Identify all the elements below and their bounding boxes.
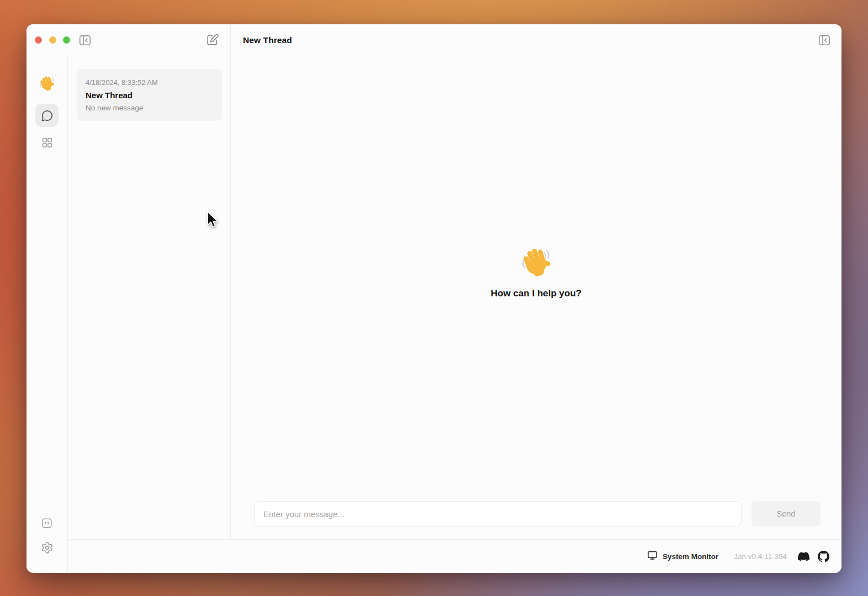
sidebar-item-threads[interactable] — [35, 104, 59, 127]
local-api-server-button[interactable] — [41, 517, 53, 529]
settings-button[interactable] — [41, 541, 54, 554]
right-panel-toggle-button[interactable] — [818, 34, 830, 46]
close-window-button[interactable] — [35, 36, 42, 44]
sidebar-item-hub[interactable] — [41, 137, 53, 148]
waving-hand-emoji — [38, 74, 56, 92]
page-title: New Thread — [243, 24, 292, 56]
mouse-cursor — [205, 210, 220, 230]
send-button[interactable]: Send — [751, 501, 821, 526]
zoom-window-button[interactable] — [63, 36, 70, 44]
github-logo-icon — [818, 551, 829, 562]
message-input[interactable] — [254, 501, 742, 526]
sidebar-toggle-button[interactable] — [79, 34, 91, 46]
message-circle-icon — [41, 109, 54, 122]
panel-left-icon — [79, 34, 91, 46]
message-composer: Send — [254, 501, 821, 526]
titlebar: New Thread — [27, 24, 841, 56]
system-monitor-label: System Monitor — [663, 552, 718, 561]
empty-state: How can I help you? — [231, 244, 841, 299]
thread-timestamp: 4/18/2024, 8:33:52 AM — [86, 78, 213, 87]
chat-area: How can I help you? Send — [231, 57, 841, 539]
thread-list-item[interactable]: 4/18/2024, 8:33:52 AM New Thread No new … — [77, 69, 222, 121]
code-square-icon — [41, 523, 53, 531]
layout-grid-icon — [41, 142, 53, 150]
traffic-lights — [35, 36, 70, 44]
app-window: New Thread — [27, 24, 841, 573]
thread-list-panel: 4/18/2024, 8:33:52 AM New Thread No new … — [68, 57, 230, 573]
thread-title: New Thread — [86, 91, 213, 100]
minimize-window-button[interactable] — [49, 36, 56, 44]
new-thread-button[interactable] — [205, 33, 219, 47]
discord-logo-icon — [798, 551, 809, 562]
panel-right-toggle-icon — [818, 34, 830, 46]
waving-hand-emoji — [519, 244, 553, 278]
threads-main-divider — [230, 24, 231, 539]
status-bar: System Monitor Jan v0.4.11-394 — [67, 539, 841, 573]
rail-divider — [67, 56, 68, 573]
thread-subtitle: No new message — [86, 104, 213, 112]
square-pen-icon — [205, 33, 219, 47]
greeting-text: How can I help you? — [491, 288, 581, 299]
system-monitor-button[interactable]: System Monitor — [647, 550, 718, 563]
left-rail — [27, 56, 67, 573]
app-version: Jan v0.4.11-394 — [734, 552, 787, 561]
github-link[interactable] — [818, 551, 829, 562]
discord-link[interactable] — [798, 551, 809, 562]
monitor-icon — [647, 550, 658, 563]
gear-icon — [41, 547, 54, 556]
